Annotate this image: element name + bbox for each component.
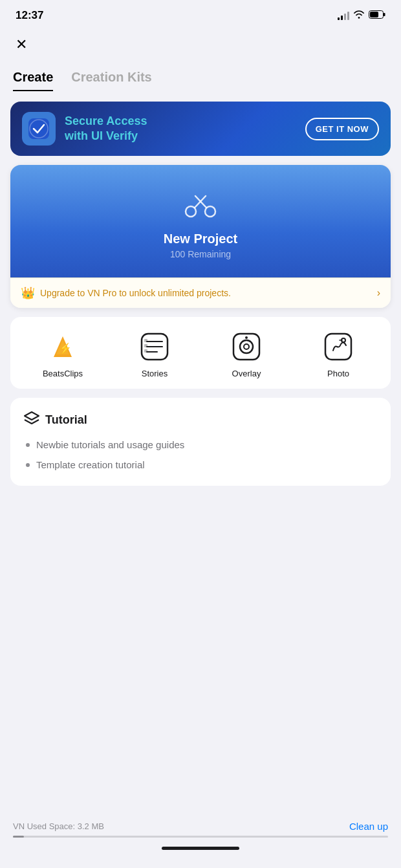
svg-rect-2 [370, 12, 378, 17]
wifi-icon [353, 10, 365, 21]
remaining-label: 100 Remaining [170, 249, 231, 259]
status-bar: 12:37 [0, 0, 401, 27]
tab-create[interactable]: Create [13, 65, 53, 91]
quick-actions-card: ⚡ BeatsClips Stories [10, 317, 391, 389]
secure-access-banner[interactable]: Secure Access with UI Verify GET IT NOW [10, 102, 391, 156]
main-content: Secure Access with UI Verify GET IT NOW … [0, 91, 401, 486]
photo-label: Photo [327, 369, 349, 378]
crown-icon: 👑 [21, 286, 35, 300]
tutorial-card: Tutorial Newbie tutorials and usage guid… [10, 398, 391, 486]
svg-rect-1 [384, 13, 385, 16]
action-overlay[interactable]: Overlay [224, 330, 269, 378]
action-beatsclips[interactable]: ⚡ BeatsClips [40, 330, 85, 378]
photo-icon [321, 330, 355, 363]
upgrade-banner[interactable]: 👑 Upgrade to VN Pro to unlock unlimited … [10, 277, 391, 308]
new-project-label: New Project [164, 232, 237, 246]
tutorial-item-0[interactable]: Newbie tutorials and usage guides [26, 439, 378, 450]
tutorial-item-label-1: Template creation tutorial [36, 459, 145, 470]
svg-point-21 [244, 344, 249, 349]
bullet-icon [26, 463, 30, 467]
upgrade-text: Upgrade to VN Pro to unlock unlimited pr… [40, 288, 372, 298]
signal-bars-icon [338, 11, 349, 20]
battery-icon [369, 10, 385, 21]
bottom-bar: VN Used Space: 3.2 MB Clean up [0, 813, 401, 868]
home-indicator [162, 847, 239, 850]
tutorial-header: Tutorial [23, 411, 378, 429]
stories-icon [138, 330, 171, 363]
secure-banner-text: Secure Access with UI Verify [65, 114, 296, 144]
stories-label: Stories [142, 369, 168, 378]
svg-rect-18 [144, 349, 147, 353]
storage-progress-bar [13, 836, 388, 838]
overlay-label: Overlay [232, 369, 261, 378]
get-it-now-button[interactable]: GET IT NOW [305, 118, 379, 140]
storage-row: VN Used Space: 3.2 MB Clean up [13, 821, 388, 832]
overlay-icon [230, 330, 263, 363]
svg-rect-3 [28, 118, 49, 139]
tutorial-items: Newbie tutorials and usage guides Templa… [23, 439, 378, 470]
bullet-icon [26, 443, 30, 447]
secure-banner-title: Secure Access with UI Verify [65, 114, 296, 144]
beatsclips-icon: ⚡ [46, 330, 80, 363]
ui-verify-icon [22, 112, 56, 146]
status-icons [338, 10, 385, 21]
storage-progress-fill [13, 836, 24, 838]
close-button[interactable]: ✕ [13, 35, 30, 54]
svg-rect-17 [144, 344, 147, 347]
status-time: 12:37 [16, 9, 43, 22]
beatsclips-label: BeatsClips [43, 369, 83, 378]
svg-text:⚡: ⚡ [59, 342, 72, 354]
action-photo[interactable]: Photo [316, 330, 361, 378]
close-button-row: ✕ [0, 27, 401, 60]
action-stories[interactable]: Stories [132, 330, 177, 378]
storage-text: VN Used Space: 3.2 MB [13, 821, 104, 831]
tutorial-item-label-0: Newbie tutorials and usage guides [36, 439, 184, 450]
scissors-icon [184, 188, 217, 224]
upgrade-chevron-icon: › [377, 287, 380, 299]
svg-rect-16 [144, 339, 147, 342]
cleanup-button[interactable]: Clean up [349, 821, 388, 832]
new-project-wrapper: New Project 100 Remaining 👑 Upgrade to V… [10, 165, 391, 308]
svg-rect-22 [245, 336, 248, 339]
tutorial-icon [23, 411, 40, 429]
tabs-row: Create Creation Kits [0, 60, 401, 91]
new-project-card[interactable]: New Project 100 Remaining [10, 165, 391, 277]
tab-creation-kits[interactable]: Creation Kits [71, 65, 151, 91]
tutorial-item-1[interactable]: Template creation tutorial [26, 459, 378, 470]
svg-point-20 [240, 340, 253, 353]
tutorial-title: Tutorial [45, 413, 87, 427]
